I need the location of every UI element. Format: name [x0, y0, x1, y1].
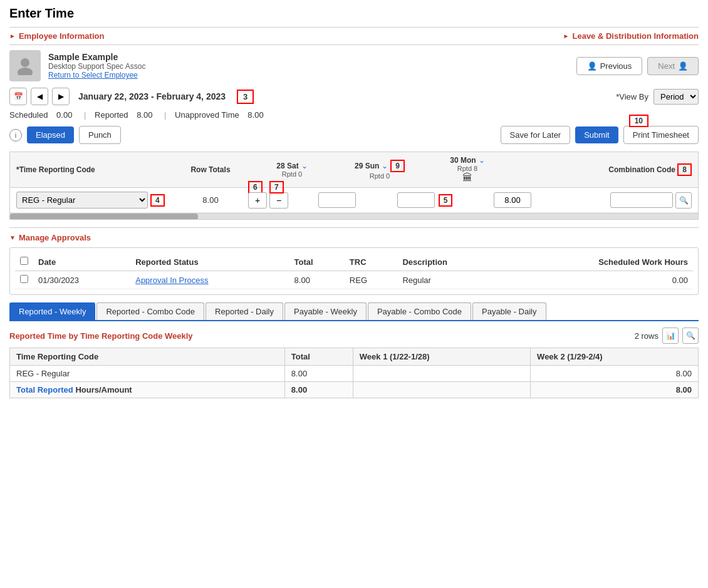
scheduled-row: Scheduled 0.00 | Reported 8.00 | Unappro…: [9, 110, 699, 120]
leave-distribution-section-header[interactable]: ► Leave & Distribution Information: [563, 31, 699, 41]
remove-row-button[interactable]: −: [269, 192, 288, 209]
combo-input-wrap: 🔍: [556, 192, 698, 209]
view-by-label: *View By: [616, 92, 648, 101]
left-arrow-icon: ◀: [37, 92, 43, 101]
weekly-header: Reported Time by Time Reporting Code Wee…: [9, 328, 699, 344]
save-for-later-button[interactable]: Save for Later: [501, 126, 571, 144]
scheduled-value: 0.00: [56, 110, 72, 120]
calendar-icon-button[interactable]: 📅: [9, 88, 27, 105]
reported-value: 8.00: [137, 110, 152, 120]
badge-6: 6: [248, 181, 263, 193]
select-all-checkbox[interactable]: [20, 257, 28, 265]
combo-code-search-button[interactable]: 🔍: [675, 192, 692, 209]
weekly-section: Reported Time by Time Reporting Code Wee…: [9, 328, 699, 398]
day-29-input[interactable]: [397, 192, 435, 208]
horizontal-scrollbar[interactable]: [10, 213, 698, 219]
trc-select[interactable]: REG - Regular: [16, 192, 148, 209]
reported-status-column-header: Reported Status: [130, 253, 289, 271]
tab-reported-daily[interactable]: Reported - Daily: [206, 302, 283, 320]
action-left: i Elapsed Punch: [9, 126, 121, 144]
add-row-button[interactable]: +: [248, 192, 267, 209]
employee-info-triangle: ►: [9, 33, 16, 39]
time-reporting-grid: *Time Reporting Code Row Totals 28 Sat ⌄…: [9, 152, 699, 220]
date-column-header: Date: [33, 253, 130, 271]
day-30-chevron[interactable]: ⌄: [479, 156, 485, 165]
tab-reported-weekly[interactable]: Reported - Weekly: [9, 302, 95, 320]
combo-code-input[interactable]: [610, 192, 673, 208]
weekly-table: Time Reporting Code Total Week 1 (1/22-1…: [9, 348, 699, 398]
date-range: January 22, 2023 - February 4, 2023: [78, 91, 226, 101]
next-period-button[interactable]: ▶: [52, 88, 70, 105]
description-column-header: Description: [397, 253, 502, 271]
tabs-row: Reported - Weekly Reported - Combo Code …: [9, 302, 699, 321]
employee-info-section-header[interactable]: ► Employee Information: [9, 31, 104, 41]
approval-date: 01/30/2023: [33, 271, 130, 289]
weekly-table-row: REG - Regular 8.00 8.00: [10, 366, 699, 382]
person-icon: 👤: [587, 61, 597, 71]
nav-buttons: 👤 Previous Next 👤: [576, 57, 699, 75]
scroll-thumb[interactable]: [10, 214, 198, 220]
badge-4: 4: [150, 194, 165, 207]
view-by-right: *View By Period Week Day: [616, 89, 699, 105]
tab-payable-daily[interactable]: Payable - Daily: [472, 302, 546, 320]
row-totals-column-header: Row Totals: [173, 165, 248, 174]
calendar-icon: 📅: [14, 92, 23, 101]
approvals-table-wrap: Date Reported Status Total TRC Descripti…: [9, 247, 699, 295]
day-28-chevron[interactable]: ⌄: [301, 162, 308, 170]
weekly-row-total: 8.00: [284, 366, 353, 382]
approvals-table: Date Reported Status Total TRC Descripti…: [15, 253, 693, 289]
manage-approvals-triangle: ▼: [9, 234, 16, 241]
prev-period-button[interactable]: ◀: [31, 88, 48, 105]
day-29-chevron[interactable]: ⌄: [382, 162, 388, 170]
weekly-footer-label: Total Reported Hours/Amount: [10, 382, 285, 398]
trc-column-header-approvals: TRC: [345, 253, 398, 271]
manage-approvals-section: ▼ Manage Approvals Date Reported Status …: [9, 227, 699, 295]
action-right: 10 Save for Later Submit Print Timesheet: [501, 126, 699, 144]
elapsed-button[interactable]: Elapsed: [27, 126, 74, 143]
trc-column-header: *Time Reporting Code: [10, 165, 173, 174]
print-timesheet-button[interactable]: Print Timesheet: [623, 126, 699, 144]
badge-9: 9: [390, 160, 405, 172]
next-button[interactable]: Next 👤: [647, 57, 699, 75]
weekly-trc-col-header: Time Reporting Code: [10, 348, 285, 366]
punch-button[interactable]: Punch: [79, 126, 121, 144]
section-header-row: ► Employee Information ► Leave & Distrib…: [9, 27, 699, 45]
time-grid-header: *Time Reporting Code Row Totals 28 Sat ⌄…: [10, 152, 698, 188]
table-row: 01/30/2023 Approval In Process 8.00 REG …: [15, 271, 693, 289]
approval-status: Approval In Process: [130, 271, 289, 289]
view-by-select[interactable]: Period Week Day: [653, 89, 699, 105]
tab-reported-combo-code[interactable]: Reported - Combo Code: [96, 302, 204, 320]
day-30-input-wrap: [469, 192, 556, 208]
weekly-row-trc: REG - Regular: [10, 366, 285, 382]
employee-row: Sample Example Desktop Support Spec Asso…: [9, 50, 699, 81]
checkbox-select-all-header: [15, 253, 33, 271]
previous-button[interactable]: 👤 Previous: [576, 57, 643, 75]
person-icon-next: 👤: [678, 61, 688, 71]
submit-button[interactable]: Submit: [575, 126, 618, 143]
weekly-week1-col-header: Week 1 (1/22-1/28): [353, 348, 530, 366]
weekly-footer-total: 8.00: [284, 382, 353, 398]
tab-payable-weekly[interactable]: Payable - Weekly: [284, 302, 367, 320]
building-icon: 🏛: [462, 172, 472, 183]
tab-payable-combo-code[interactable]: Payable - Combo Code: [368, 302, 471, 320]
divider-1: |: [84, 110, 86, 120]
day-29-label: 29 Sun: [355, 162, 379, 170]
badge-3: 3: [237, 90, 254, 104]
employee-left: Sample Example Desktop Support Spec Asso…: [9, 50, 145, 81]
page-title: Enter Time: [9, 6, 699, 21]
unapproved-value: 8.00: [247, 110, 263, 120]
return-to-select-employee-link[interactable]: Return to Select Employee: [48, 71, 145, 80]
day-28-sat-col: 28 Sat ⌄ Rptd 0: [248, 162, 336, 178]
leave-distribution-triangle: ►: [563, 33, 570, 39]
day-28-input[interactable]: [318, 192, 356, 208]
manage-approvals-header[interactable]: ▼ Manage Approvals: [9, 228, 699, 247]
row-checkbox[interactable]: [20, 275, 28, 283]
chart-icon-button[interactable]: 📊: [662, 328, 679, 344]
info-icon[interactable]: i: [9, 129, 22, 142]
combination-code-column-header: Combination Code 8: [511, 163, 698, 176]
search-weekly-button[interactable]: 🔍: [682, 328, 699, 344]
svg-point-0: [21, 58, 29, 67]
approval-in-process-link[interactable]: Approval In Process: [135, 276, 208, 285]
day-30-input[interactable]: [494, 192, 531, 208]
right-arrow-icon: ▶: [58, 92, 64, 101]
